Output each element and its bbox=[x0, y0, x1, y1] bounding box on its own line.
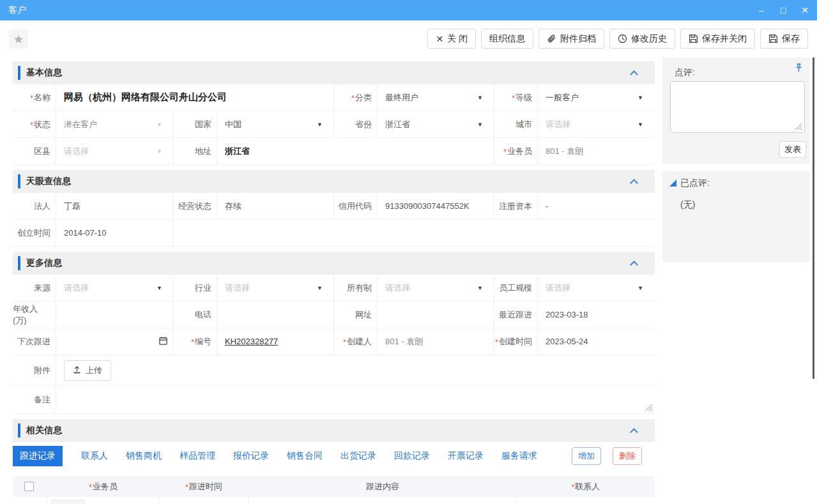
field-country: 国家 中国▼ bbox=[173, 111, 333, 137]
form-row: 下次跟进 *编号 KH202328277 *创建人 801 - 袁朗 *创建时间… bbox=[13, 328, 655, 355]
tab-shipment-records[interactable]: 出货记录 bbox=[340, 450, 376, 462]
ownership-select[interactable]: 请选择▼ bbox=[377, 275, 494, 301]
delete-button[interactable]: 删除 bbox=[613, 447, 642, 465]
attachment-archive-button[interactable]: 附件归档 bbox=[538, 29, 604, 49]
close-window-button[interactable]: ✕ bbox=[799, 5, 811, 15]
modify-history-label: 修改历史 bbox=[631, 33, 667, 45]
row-action-button[interactable] bbox=[51, 500, 84, 504]
save-and-close-label: 保存并关闭 bbox=[702, 33, 747, 45]
field-label: 编号 bbox=[195, 336, 211, 347]
required-marker: * bbox=[89, 483, 92, 492]
comment-textarea[interactable] bbox=[670, 81, 805, 133]
city-select[interactable]: 请选择▼ bbox=[537, 111, 654, 137]
field-label: 来源 bbox=[34, 282, 50, 294]
next-follow-datepicker[interactable] bbox=[56, 328, 173, 355]
select-all-checkbox[interactable] bbox=[24, 482, 34, 491]
tab-sales-contracts[interactable]: 销售合同 bbox=[287, 450, 323, 462]
collapse-chevron-icon[interactable] bbox=[630, 179, 638, 187]
annual-income-input[interactable] bbox=[56, 302, 173, 328]
name-input[interactable]: 网易（杭州）网络有限公司舟山分公司 bbox=[56, 84, 333, 111]
collapse-chevron-icon[interactable] bbox=[630, 70, 638, 79]
field-label: 下次跟进 bbox=[17, 336, 50, 347]
upload-button[interactable]: 上传 bbox=[64, 360, 111, 381]
field-label: 法人 bbox=[34, 201, 50, 212]
add-button[interactable]: 增加 bbox=[572, 447, 601, 465]
window-title: 客户 bbox=[8, 4, 26, 16]
chevron-down-icon: ▼ bbox=[157, 148, 162, 154]
field-label: 年收入(万) bbox=[13, 303, 50, 326]
resize-handle[interactable] bbox=[645, 404, 652, 411]
address-input[interactable]: 浙江省 bbox=[217, 138, 494, 164]
tab-sales-opportunities[interactable]: 销售商机 bbox=[126, 450, 162, 462]
modify-history-button[interactable]: 修改历史 bbox=[609, 29, 675, 49]
field-label: 员工规模 bbox=[499, 282, 532, 294]
website-input[interactable] bbox=[377, 302, 494, 328]
field-label: 注册资本 bbox=[499, 201, 532, 212]
field-legal-person: 法人 丁磊 bbox=[13, 193, 173, 219]
close-button[interactable]: ✕ 关 闭 bbox=[427, 29, 476, 49]
field-next-follow: 下次跟进 bbox=[13, 328, 173, 355]
code-link[interactable]: KH202328277 bbox=[217, 328, 333, 355]
remark-textarea[interactable] bbox=[56, 386, 655, 413]
grade-select[interactable]: 一般客户▼ bbox=[537, 84, 654, 111]
field-registered-capital: 注册资本 - bbox=[494, 193, 654, 219]
save-button[interactable]: 保存 bbox=[760, 29, 808, 49]
section-tianyancha-header: 天眼查信息 bbox=[13, 170, 655, 193]
field-status: *状态 潜在客户▼ bbox=[13, 111, 173, 137]
favorite-button[interactable]: ★ bbox=[9, 29, 28, 49]
toolbar: ★ ✕ 关 闭 组织信息 附件归档 修改历史 保存并关闭 保存 bbox=[0, 20, 817, 57]
save-and-close-button[interactable]: 保存并关闭 bbox=[680, 29, 755, 49]
form-row: 法人 丁磊 经营状态 存续 信用代码 91330900307447552K 注册… bbox=[13, 193, 655, 220]
close-icon: ✕ bbox=[436, 34, 443, 44]
table-row[interactable] bbox=[13, 497, 655, 504]
pin-icon[interactable] bbox=[794, 63, 804, 75]
tab-contacts[interactable]: 联系人 bbox=[81, 450, 108, 462]
minimize-button[interactable]: – bbox=[756, 5, 767, 15]
tab-follow-records[interactable]: 跟进记录 bbox=[13, 446, 63, 466]
last-follow-value: 2023-03-18 bbox=[537, 302, 654, 328]
calendar-icon[interactable] bbox=[158, 336, 168, 347]
industry-select[interactable]: 请选择▼ bbox=[217, 275, 333, 301]
comment-panel: 点评: 发表 bbox=[662, 57, 810, 164]
section-accent-bar bbox=[18, 424, 20, 438]
collapse-triangle-icon[interactable] bbox=[669, 179, 676, 187]
status-select[interactable]: 潜在客户▼ bbox=[56, 111, 173, 137]
field-code: *编号 KH202328277 bbox=[173, 328, 333, 355]
form-row: 创立时间 2014-07-10 bbox=[13, 220, 655, 247]
source-select[interactable]: 请选择▼ bbox=[56, 275, 173, 301]
maximize-button[interactable]: □ bbox=[777, 5, 789, 15]
country-select[interactable]: 中国▼ bbox=[217, 111, 333, 137]
tab-sample-management[interactable]: 样品管理 bbox=[179, 450, 215, 462]
resize-handle[interactable] bbox=[795, 123, 802, 130]
field-label: 创建人 bbox=[347, 336, 372, 347]
required-marker: * bbox=[30, 121, 33, 130]
phone-input[interactable] bbox=[217, 302, 333, 328]
category-select[interactable]: 最终用户▼ bbox=[377, 84, 494, 111]
collapse-chevron-icon[interactable] bbox=[630, 261, 638, 269]
field-city: 城市 请选择▼ bbox=[494, 111, 654, 137]
district-select[interactable]: 请选择▼ bbox=[56, 138, 173, 164]
tab-payment-records[interactable]: 回款记录 bbox=[394, 450, 430, 462]
vertical-scrollbar[interactable] bbox=[813, 57, 814, 379]
collapse-chevron-icon[interactable] bbox=[630, 428, 638, 436]
field-label: 备注 bbox=[34, 394, 50, 406]
publish-button[interactable]: 发表 bbox=[779, 141, 806, 158]
close-button-label: 关 闭 bbox=[447, 33, 468, 45]
field-industry: 行业 请选择▼ bbox=[173, 275, 333, 301]
field-ownership: 所有制 请选择▼ bbox=[333, 275, 494, 301]
tab-invoice-records[interactable]: 开票记录 bbox=[448, 450, 484, 462]
tab-quotation-records[interactable]: 报价记录 bbox=[233, 450, 269, 462]
province-select[interactable]: 浙江省▼ bbox=[377, 111, 494, 137]
creator-value: 801 - 袁朗 bbox=[377, 328, 494, 355]
required-marker: * bbox=[572, 483, 575, 492]
field-label: 创建时间 bbox=[499, 336, 532, 347]
upload-icon bbox=[73, 365, 81, 376]
staff-size-select[interactable]: 请选择▼ bbox=[537, 275, 654, 301]
tab-service-requests[interactable]: 服务请求 bbox=[501, 450, 537, 462]
operating-status-value: 存续 bbox=[217, 193, 333, 219]
field-label: 行业 bbox=[195, 282, 211, 294]
field-label: 区县 bbox=[34, 146, 50, 157]
org-info-button[interactable]: 组织信息 bbox=[481, 29, 533, 49]
required-marker: * bbox=[343, 338, 346, 347]
salesman-field[interactable]: 801 - 袁朗 bbox=[537, 138, 654, 164]
